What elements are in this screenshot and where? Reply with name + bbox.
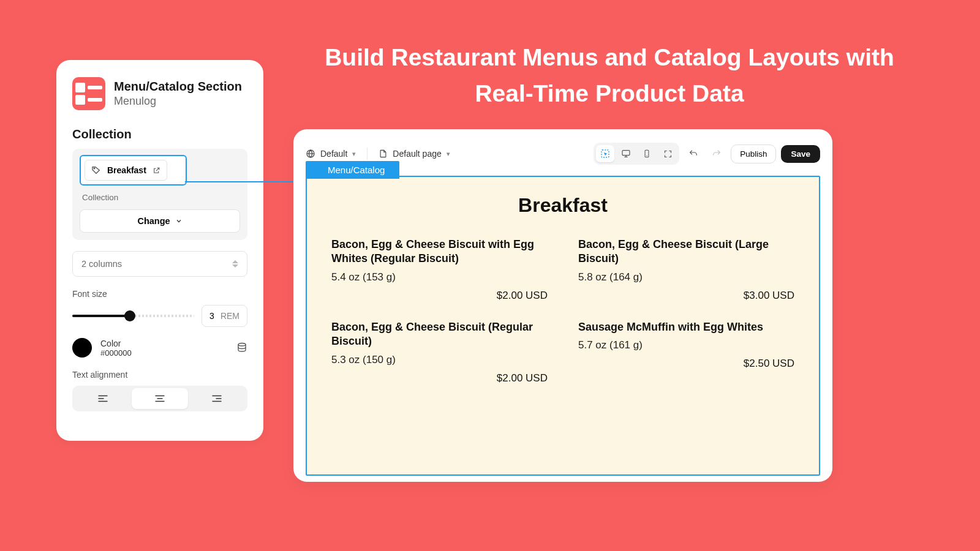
- page-selector[interactable]: Default page ▾: [379, 149, 450, 159]
- menu-item-name: Bacon, Egg & Cheese Biscuit (Regular Bis…: [331, 320, 548, 349]
- globe-icon: [306, 149, 315, 159]
- inspect-button[interactable]: [596, 145, 614, 162]
- canvas-section-tab[interactable]: Menu/Catalog: [306, 161, 399, 179]
- undo-button[interactable]: [684, 145, 703, 162]
- menu-item-price: $2.00 USD: [331, 290, 548, 302]
- fullscreen-button[interactable]: [658, 145, 677, 162]
- menu-item-price: $3.00 USD: [578, 290, 794, 302]
- menu-item-sub: 5.8 oz (164 g): [578, 271, 794, 283]
- align-left-button[interactable]: [75, 388, 132, 409]
- stepper-arrows-icon: [232, 260, 238, 268]
- panel-subtitle: Menulog: [114, 95, 242, 108]
- menu-item-name: Bacon, Egg & Cheese Biscuit (Large Biscu…: [578, 238, 794, 266]
- theme-selector[interactable]: Default ▾: [306, 149, 356, 159]
- tag-icon: [91, 165, 101, 175]
- menu-item-name: Sausage McMuffin with Egg Whites: [578, 320, 794, 334]
- collection-section-label: Collection: [72, 127, 247, 141]
- menu-item: Bacon, Egg & Cheese Biscuit with Egg Whi…: [331, 238, 548, 302]
- color-label: Color: [100, 339, 132, 348]
- app-icon: [72, 77, 105, 110]
- collection-chip-selected[interactable]: Breakfast: [80, 155, 187, 186]
- align-right-button[interactable]: [188, 388, 245, 409]
- desktop-preview-button[interactable]: [617, 145, 635, 162]
- chevron-down-icon: ▾: [352, 150, 356, 158]
- collection-chip-label: Breakfast: [107, 165, 146, 175]
- save-button[interactable]: Save: [781, 145, 820, 163]
- color-value: #000000: [100, 348, 132, 358]
- page-icon: [379, 149, 388, 159]
- font-size-output: 3 REM: [202, 305, 247, 327]
- collection-caption: Collection: [80, 192, 240, 209]
- mobile-preview-button[interactable]: [638, 145, 656, 162]
- svg-point-0: [94, 168, 95, 169]
- menu-item-sub: 5.4 oz (153 g): [331, 271, 548, 283]
- font-size-slider[interactable]: [72, 310, 194, 321]
- text-alignment-label: Text alignment: [72, 370, 247, 380]
- align-center-button[interactable]: [132, 388, 189, 409]
- collection-box: Breakfast Collection Change: [72, 149, 247, 240]
- text-alignment-segmented: [72, 386, 247, 411]
- font-size-label: Font size: [72, 289, 247, 299]
- settings-panel: Menu/Catalog Section Menulog Collection …: [56, 60, 263, 441]
- menu-item-sub: 5.7 oz (161 g): [578, 339, 794, 351]
- menu-item: Bacon, Egg & Cheese Biscuit (Regular Bis…: [331, 320, 548, 384]
- menu-item-price: $2.00 USD: [331, 372, 548, 384]
- columns-value: 2 columns: [81, 259, 122, 269]
- database-icon: [236, 342, 247, 353]
- columns-stepper[interactable]: 2 columns: [72, 251, 247, 277]
- preview-window: Default ▾ Default page ▾: [293, 129, 832, 482]
- menu-item-sub: 5.3 oz (150 g): [331, 354, 548, 366]
- change-collection-button[interactable]: Change: [80, 209, 240, 233]
- svg-point-1: [238, 343, 246, 347]
- device-preview-group: [594, 143, 679, 165]
- menu-item-name: Bacon, Egg & Cheese Biscuit with Egg Whi…: [331, 238, 548, 266]
- preview-canvas: Menu/Catalog Breakfast Bacon, Egg & Chee…: [306, 176, 820, 476]
- svg-rect-16: [645, 150, 649, 157]
- svg-rect-13: [622, 151, 630, 156]
- external-link-icon: [153, 167, 160, 174]
- chevron-down-icon: [175, 217, 183, 225]
- menu-item-price: $2.50 USD: [578, 358, 794, 370]
- color-swatch: [72, 338, 92, 358]
- color-picker-row[interactable]: Color #000000: [72, 338, 247, 358]
- menu-title: Breakfast: [331, 194, 794, 217]
- chevron-down-icon: ▾: [447, 150, 450, 158]
- redo-button[interactable]: [707, 145, 726, 162]
- menu-item: Sausage McMuffin with Egg Whites 5.7 oz …: [578, 320, 794, 384]
- publish-button[interactable]: Publish: [731, 144, 776, 163]
- panel-title: Menu/Catalog Section: [114, 80, 242, 94]
- menu-item: Bacon, Egg & Cheese Biscuit (Large Biscu…: [578, 238, 794, 302]
- marketing-headline: Build Restaurant Menus and Catalog Layou…: [300, 40, 919, 111]
